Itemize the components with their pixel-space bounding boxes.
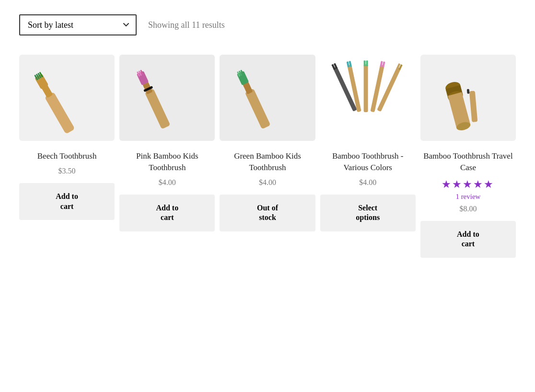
- product-stars-5: ★★★★★: [442, 178, 494, 191]
- add-to-cart-button-2[interactable]: Add tocart: [119, 195, 215, 232]
- product-name-5: Bamboo Toothbrush Travel Case: [420, 150, 516, 173]
- product-image-4: [320, 55, 416, 141]
- add-to-cart-button-1[interactable]: Add tocart: [19, 183, 115, 220]
- product-name-4: Bamboo Toothbrush - Various Colors: [320, 150, 416, 173]
- product-card-3: Green Bamboo Kids Toothbrush $4.00 Out o…: [220, 55, 315, 258]
- svg-rect-41: [467, 89, 470, 93]
- product-price-4: $4.00: [359, 178, 376, 187]
- product-card-2: Pink Bamboo Kids Toothbrush $4.00 Add to…: [119, 55, 215, 258]
- toolbar: Sort by latest Sort by popularity Sort b…: [19, 14, 516, 35]
- product-card-4: Bamboo Toothbrush - Various Colors $4.00…: [320, 55, 416, 258]
- svg-rect-40: [469, 91, 478, 122]
- svg-rect-14: [245, 88, 271, 129]
- product-price-1: $3.50: [58, 167, 76, 175]
- out-of-stock-button-3[interactable]: Out ofstock: [220, 195, 315, 232]
- results-count: Showing all 11 results: [148, 20, 225, 30]
- svg-rect-7: [145, 88, 171, 129]
- svg-rect-28: [366, 60, 368, 66]
- product-image-3: [220, 55, 315, 141]
- product-name-3: Green Bamboo Kids Toothbrush: [220, 150, 315, 173]
- product-name-2: Pink Bamboo Kids Toothbrush: [119, 150, 215, 173]
- product-image-2: [119, 55, 215, 141]
- sort-select[interactable]: Sort by latest Sort by popularity Sort b…: [19, 14, 137, 35]
- product-price-3: $4.00: [259, 178, 276, 187]
- product-image-1: [19, 55, 115, 141]
- product-name-1: Beech Toothbrush: [37, 150, 97, 162]
- product-image-5: [420, 55, 516, 141]
- product-price-5: $8.00: [459, 205, 477, 213]
- select-options-button-4[interactable]: Selectoptions: [320, 195, 416, 232]
- svg-rect-0: [45, 92, 75, 134]
- add-to-cart-button-5[interactable]: Add tocart: [420, 221, 516, 258]
- product-review-count-5[interactable]: 1 review: [455, 193, 480, 201]
- product-card-5: Bamboo Toothbrush Travel Case ★★★★★ 1 re…: [420, 55, 516, 258]
- products-grid: Beech Toothbrush $3.50 Add tocart Pin: [19, 55, 516, 258]
- product-card-1: Beech Toothbrush $3.50 Add tocart: [19, 55, 115, 258]
- product-price-2: $4.00: [159, 178, 176, 187]
- svg-rect-27: [363, 60, 365, 66]
- svg-rect-26: [363, 64, 368, 112]
